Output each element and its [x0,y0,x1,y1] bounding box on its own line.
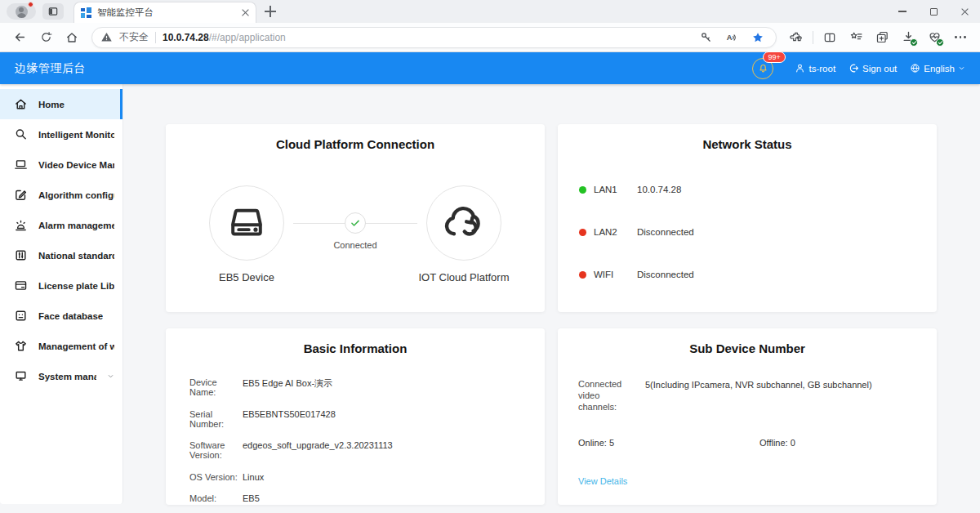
header-right: 99+ ts-root Sign out English [752,58,965,79]
info-value: Linux [243,472,264,482]
url-text: 10.0.74.28/#/app/application [163,32,286,43]
address-bar[interactable]: 不安全 10.0.74.28/#/app/application A [91,27,777,48]
offline-count: Offline: 0 [760,438,795,448]
read-aloud-icon[interactable]: A [722,28,742,47]
window-close-icon [961,8,969,16]
split-screen-icon [823,31,836,44]
browser-toolbar: 不安全 10.0.74.28/#/app/application A [0,23,980,52]
chevron-down-icon [958,65,965,72]
workspaces-icon [47,6,59,17]
online-offline-row: Online: 5 Offline: 0 [578,438,937,448]
tab-close-icon[interactable] [242,9,249,16]
download-success-badge [910,38,918,47]
back-button[interactable] [8,26,31,49]
sidebar-item-workwear[interactable]: Management of work ... [0,331,122,361]
refresh-button[interactable] [34,26,57,49]
network-row-lan2: LAN2 Disconnected [579,226,937,238]
extensions-button[interactable] [785,26,808,49]
sidebar-item-intelligent-monitor[interactable]: Intelligent Monitor St... [0,119,122,149]
computer-icon [14,369,28,383]
interface-value: 10.0.74.28 [637,185,681,194]
card-icon [14,279,28,292]
browser-essentials-button[interactable] [923,26,946,49]
window-maximize-button[interactable] [918,0,949,23]
split-screen-button[interactable] [818,26,841,49]
home-icon [14,97,28,111]
sign-out-button[interactable]: Sign out [849,63,897,74]
sidebar-item-video-device[interactable]: Video Device Manage [0,149,122,180]
card-title: Basic Information [166,341,545,355]
info-label: OS Version: [189,472,243,482]
sidebar-item-label: Intelligent Monitor St... [38,130,114,140]
info-label: Device Name: [189,377,243,397]
device-label: EB5 Device [219,271,274,283]
language-selector[interactable]: English [910,63,965,74]
browser-profile-button[interactable] [7,3,36,20]
view-details-link[interactable]: View Details [578,476,627,486]
submenu-chevron-icon [107,372,114,380]
sidebar-item-face-database[interactable]: Face database [0,301,122,331]
sidebar-item-label: System manage... [38,372,96,381]
password-key-icon[interactable] [696,28,715,47]
channels-label: Connected video channels: [578,378,639,413]
browser-menu-button[interactable] [949,26,972,49]
collections-icon [875,30,889,44]
sidebar-item-label: Home [38,100,65,109]
app-title: 边缘管理后台 [15,61,86,76]
notifications-button[interactable]: 99+ [752,58,773,79]
connection-diagram: EB5 Device Connected IOT Cloud Platform [166,185,545,283]
tab-workspaces-button[interactable] [42,3,64,20]
favorite-star-icon[interactable] [748,28,768,47]
browser-tab-active[interactable]: 智能监控平台 [74,2,256,23]
sidebar: Home Intelligent Monitor St... Video Dev… [0,84,123,504]
sign-out-icon [849,63,859,74]
sign-out-label: Sign out [862,64,897,74]
new-tab-button[interactable] [265,6,276,17]
sidebar-item-national-standard[interactable]: National standard cas... [0,240,122,270]
connection-status-label: Connected [333,240,376,250]
not-secure-label: 不安全 [119,30,149,44]
sidebar-item-license-plate[interactable]: License plate Library [0,270,122,301]
extensions-icon [790,31,803,44]
browser-home-button[interactable] [60,26,83,49]
back-icon [13,30,27,44]
info-row-os-version: OS Version: Linux [189,472,545,482]
more-icon [955,36,965,38]
sidebar-item-home[interactable]: Home [0,89,122,119]
downloads-button[interactable] [897,26,920,49]
device-circle [209,185,284,261]
network-rows: LAN1 10.0.74.28 LAN2 Disconnected WIFI D… [579,184,937,280]
info-label: Serial Number: [189,409,243,429]
profile-avatar [16,6,28,18]
edit-square-icon [14,188,28,202]
info-value: EB5 Edge AI Box-演示 [243,377,332,397]
collections-button[interactable] [871,26,893,49]
browser-home-icon [65,31,78,44]
essentials-health-badge [936,38,944,47]
sidebar-item-system-manage[interactable]: System manage... [0,361,122,391]
connected-check-icon [345,212,366,234]
channels-row: Connected video channels: 5(Including IP… [578,378,937,413]
sidebar-item-algorithm-config[interactable]: Algorithm configurati... [0,180,122,210]
sidebar-item-label: Algorithm configurati... [38,190,114,200]
refresh-icon [40,31,52,43]
card-title: Sub Device Number [558,341,937,355]
sidebar-item-alarm-management[interactable]: Alarm management [0,210,122,240]
window-minimize-button[interactable] [887,0,918,23]
user-menu[interactable]: ts-root [795,63,835,74]
favorites-list-button[interactable] [844,26,867,49]
card-title: Cloud Platform Connection [166,137,545,151]
info-value: edgeos_soft_upgrade_v2.3.20231113 [243,440,393,460]
tshirt-icon [14,339,28,353]
url-host: 10.0.74.28 [163,32,209,43]
monitor-search-icon [14,127,28,141]
device-node: EB5 Device [185,185,308,283]
platform-label: IOT Cloud Platform [418,271,509,283]
window-close-button[interactable] [949,0,980,23]
profile-notification-dot [28,2,33,7]
info-value: EB5EBNTS50E017428 [243,409,336,429]
card-basic-information: Basic Information Device Name: EB5 Edge … [166,328,545,505]
sliders-icon [14,248,28,262]
interface-value: Disconnected [637,227,694,237]
card-title: Network Status [558,137,937,151]
